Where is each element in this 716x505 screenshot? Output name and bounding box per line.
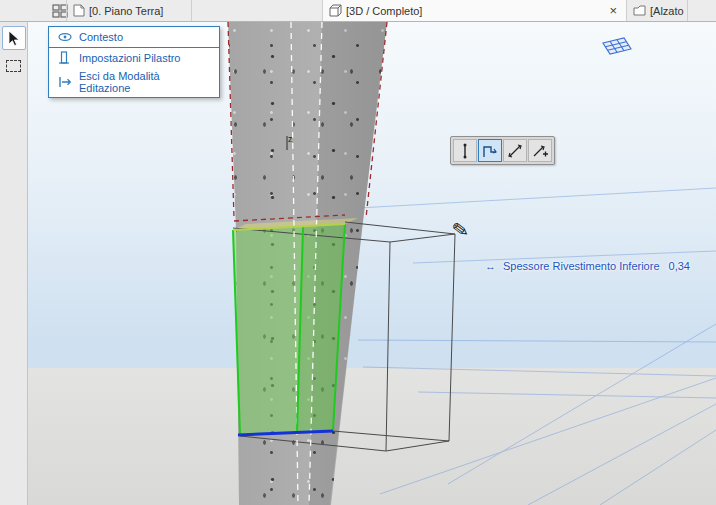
tooltip-label: Spessore Rivestimento Inferiore [503,260,660,272]
close-tab-icon[interactable]: × [606,3,620,18]
menu-item-esci-editazione[interactable]: Esci da Modalità Editazione [49,67,219,97]
pillar-settings-icon [58,51,72,64]
z-axis-label: z [288,134,293,144]
arrow-cursor-icon [7,30,20,47]
multiply-stretch-button[interactable] [528,139,552,162]
tooltip-value: 0,34 [669,260,690,272]
context-menu: Contesto Impostazioni Pilastro Esci da M… [48,26,220,98]
edge-segment-icon [456,142,474,160]
offset-edge-button[interactable] [478,139,502,162]
tab-label: [Alzato Sud] [650,5,688,17]
guide-lines [358,188,716,505]
move-edge-button[interactable] [453,139,477,162]
cube-3d-icon [329,4,342,17]
selection-side-face[interactable] [297,224,345,433]
archicad-window: [0. Piano Terra] [3D / Completo] × [Alza… [0,0,716,505]
floor-plan-icon [73,4,85,17]
selection-front-face[interactable] [233,227,303,435]
menu-item-label: Impostazioni Pilastro [79,52,181,64]
reference-edges [228,22,387,221]
offset-profile-icon [481,142,499,160]
tab-label: [3D / Completo] [346,5,422,17]
edit-tooltip: ↔ Spessore Rivestimento Inferiore 0,34 [485,260,690,272]
tab-piano-terra[interactable]: [0. Piano Terra] [66,0,192,21]
tab-label: [0. Piano Terra] [89,5,163,17]
context-menu-header: Contesto [49,27,219,48]
menu-item-impostazioni-pilastro[interactable]: Impostazioni Pilastro [49,48,219,67]
tab-alzato-sud[interactable]: [Alzato Sud] [627,0,688,21]
left-toolbar [0,22,28,505]
marquee-icon [6,60,21,72]
tab-bar: [0. Piano Terra] [3D / Completo] × [Alza… [0,0,716,22]
tab-3d-completo[interactable]: [3D / Completo] × [322,0,627,21]
elevation-icon [633,5,646,17]
arrow-tool-button[interactable] [2,26,26,50]
diagonal-stretch-plus-icon [531,142,549,160]
grid-plane-icon [600,36,634,62]
diagonal-stretch-icon [506,142,524,160]
double-arrow-icon: ↔ [485,260,496,272]
pet-palette [450,136,555,165]
eye-icon [58,32,72,42]
pencil-cursor-icon: ✎ [450,217,470,243]
menu-item-label: Esci da Modalità Editazione [79,70,210,94]
exit-icon [58,76,72,88]
marquee-tool-button[interactable] [2,54,26,78]
context-menu-title: Contesto [79,31,123,43]
stretch-button[interactable] [503,139,527,162]
